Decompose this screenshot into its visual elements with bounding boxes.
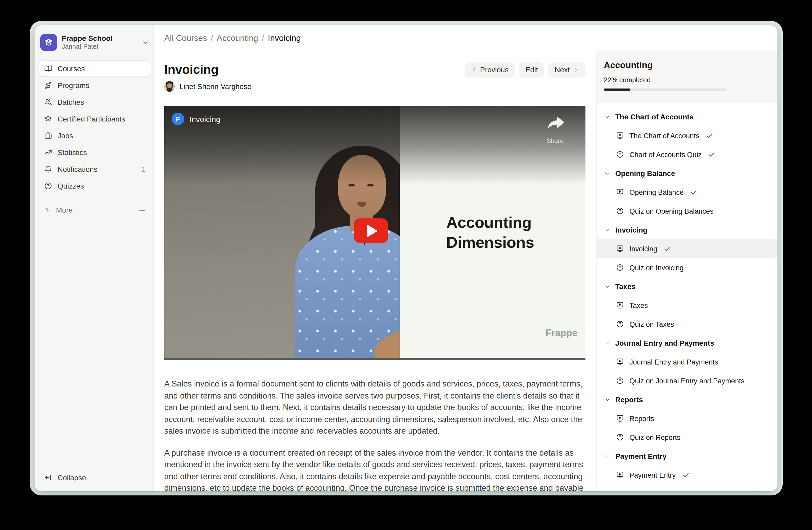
chevron-down-icon[interactable] [142,39,149,46]
sidebar-item-quizzes[interactable]: Quizzes [39,178,151,194]
outline-lesson-reports[interactable]: Reports [597,409,778,428]
quiz-icon [616,263,624,272]
screenshot-stage: Frappe School Jannat Patel CoursesProgra… [0,0,812,530]
breadcrumb-course[interactable]: Accounting [217,33,258,43]
chevron-down-icon [604,453,611,459]
lesson-label: Quiz on Invoicing [629,264,684,271]
more-label: More [56,206,73,214]
route-icon [44,81,52,89]
course-panel-header: Accounting 22% completed [597,51,778,103]
notification-count-badge: 1 [141,165,146,173]
outline-quiz-quiz-on-reports[interactable]: Quiz on Reports [597,428,778,447]
monitor-play-icon [616,188,624,196]
collapse-sidebar-button[interactable]: Collapse [39,470,151,485]
share-icon [543,113,567,136]
plus-icon[interactable] [138,206,146,214]
check-icon [690,189,697,196]
video-top-gradient [164,106,585,184]
paragraph: A purchase invoice is a document created… [164,447,584,491]
frappe-school-logo [40,34,57,51]
frappe-watermark: Frappe [546,328,578,339]
lesson-label: Quiz on Reports [629,433,680,441]
previous-button[interactable]: Previous [464,62,515,77]
trending-up-icon [44,148,52,157]
chapter-title: The Chart of Accounts [615,113,694,121]
breadcrumb-separator: / [262,33,264,43]
chapter-header-reports[interactable]: Reports [597,390,778,409]
outline-quiz-quiz-on-opening-balances[interactable]: Quiz on Opening Balances [597,201,778,221]
sidebar-item-more[interactable]: More [39,203,151,217]
lesson-label: Quiz on Opening Balances [629,207,713,215]
outline-lesson-payment-entry[interactable]: Payment Entry [597,465,778,485]
breadcrumb-all-courses[interactable]: All Courses [164,33,207,43]
outline-quiz-quiz-on-taxes[interactable]: Quiz on Taxes [597,315,778,334]
sidebar-item-label: Batches [58,98,84,106]
chevron-right-icon [573,67,579,73]
collapse-label: Collapse [58,473,86,482]
lesson-label: Payment Entry [629,471,676,479]
lesson-main: Invoicing Previous Edit Nex [154,51,596,491]
monitor-play-icon [616,471,624,479]
sidebar-item-batches[interactable]: Batches [39,94,151,110]
youtube-play-button[interactable] [354,219,388,243]
sidebar-item-programs[interactable]: Programs [39,78,151,93]
sidebar-item-notifications[interactable]: Notifications1 [39,161,151,177]
outline-lesson-the-chart-of-accounts[interactable]: The Chart of Accounts [597,126,778,145]
course-title: Accounting [604,60,767,71]
chevron-down-icon [604,283,611,290]
lesson-label: Invoicing [629,245,657,253]
check-icon [664,245,671,252]
quiz-icon [616,433,624,442]
sidebar-item-label: Programs [58,81,89,89]
sidebar-item-courses[interactable]: Courses [39,61,151,76]
lesson-nav-buttons: Previous Edit Next [464,62,585,77]
chapter-header-the-chart-of-accounts[interactable]: The Chart of Accounts [597,107,778,126]
chapter-header-payment-entry[interactable]: Payment Entry [597,447,778,465]
outline-lesson-taxes[interactable]: Taxes [597,296,778,315]
lesson-label: Quiz on Taxes [629,320,674,328]
workspace-switcher[interactable]: Frappe School Jannat Patel [39,31,151,52]
outline-quiz-quiz-on-invoicing[interactable]: Quiz on Invoicing [597,258,778,277]
outline-lesson-opening-balance[interactable]: Opening Balance [597,183,778,201]
monitor-play-icon [616,245,624,253]
share-button[interactable]: Share [543,113,567,144]
bell-icon [44,165,52,173]
chapter-title: Journal Entry and Payments [615,339,714,347]
author-avatar [164,81,175,92]
sidebar-item-certified-participants[interactable]: Certified Participants [39,111,151,127]
chapter-header-journal-entry-and-payments[interactable]: Journal Entry and Payments [597,334,778,352]
video-player[interactable]: Accounting Dimensions F Invoicing [164,106,585,360]
chapter-title: Reports [615,395,643,404]
video-title[interactable]: Invoicing [189,114,220,123]
quiz-icon [616,377,624,385]
chapter-header-opening-balance[interactable]: Opening Balance [597,164,778,183]
outline-lesson-invoicing[interactable]: Invoicing [597,239,778,258]
progress-fill [604,88,631,90]
quiz-icon [616,207,624,215]
monitor-play-icon [616,301,624,309]
video-progress-strip[interactable] [164,358,585,360]
sidebar-item-label: Jobs [58,131,73,140]
outline-lesson-journal-entry-and-payments[interactable]: Journal Entry and Payments [597,352,778,371]
edit-button[interactable]: Edit [519,62,544,77]
sidebar-item-jobs[interactable]: Jobs [39,128,151,143]
chapter-title: Opening Balance [615,169,675,178]
lesson-label: Quiz on Journal Entry and Payments [629,377,744,385]
sidebar-item-statistics[interactable]: Statistics [39,144,151,160]
author-row: Linet Sherin Varghese [164,81,585,92]
channel-avatar[interactable]: F [172,113,184,125]
main-column: All Courses / Accounting / Invoicing Inv… [154,25,778,491]
chapter-title: Payment Entry [615,452,667,460]
next-button[interactable]: Next [548,62,585,77]
check-icon [706,132,713,139]
video-header: F Invoicing [172,113,220,125]
chapter-header-taxes[interactable]: Taxes [597,277,778,296]
chevron-right-icon [44,207,51,213]
chevron-down-icon [604,170,611,177]
workspace-names: Frappe School Jannat Patel [62,34,113,51]
outline-quiz-quiz-on-journal-entry-and-payments[interactable]: Quiz on Journal Entry and Payments [597,371,778,390]
outline-quiz-chart-of-accounts-quiz[interactable]: Chart of Accounts Quiz [597,145,778,164]
chapter-header-invoicing[interactable]: Invoicing [597,221,778,239]
author-name: Linet Sherin Varghese [179,82,251,90]
lesson-label: Reports [629,415,654,422]
